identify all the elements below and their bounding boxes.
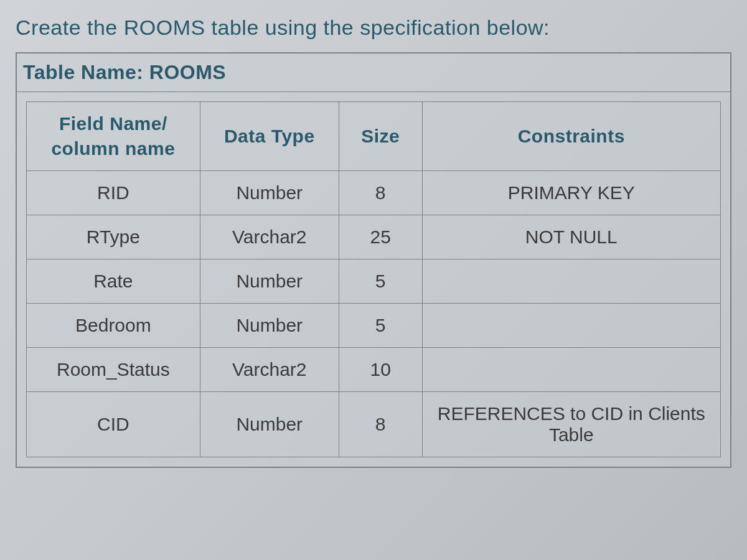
header-size: Size [339, 102, 422, 171]
table-row: RType Varchar2 25 NOT NULL [27, 215, 721, 259]
cell-constraints: REFERENCES to CID in Clients Table [422, 392, 720, 457]
table-name-label: Table Name: ROOMS [16, 53, 731, 92]
spec-table: Field Name/ column name Data Type Size C… [26, 101, 721, 457]
header-field-name: Field Name/ column name [27, 102, 200, 171]
header-field-name-line2: column name [34, 138, 192, 159]
cell-size: 8 [339, 392, 422, 457]
cell-field: Bedroom [27, 304, 200, 348]
cell-size: 25 [339, 215, 422, 259]
cell-field: CID [27, 392, 200, 457]
header-field-name-line1: Field Name/ [59, 113, 167, 134]
cell-field: RType [27, 215, 200, 259]
cell-field: RID [27, 171, 200, 215]
cell-type: Number [200, 392, 339, 457]
cell-size: 8 [339, 171, 422, 215]
cell-constraints [422, 348, 720, 392]
cell-size: 5 [339, 259, 422, 304]
cell-constraints [422, 259, 720, 304]
cell-field: Room_Status [27, 348, 200, 392]
cell-field: Rate [27, 259, 200, 304]
outer-table: Table Name: ROOMS Field Name/ column nam… [16, 52, 731, 468]
cell-type: Number [200, 171, 339, 215]
cell-type: Number [200, 304, 339, 348]
header-row: Field Name/ column name Data Type Size C… [27, 102, 721, 171]
cell-size: 10 [339, 348, 422, 392]
table-row: RID Number 8 PRIMARY KEY [27, 171, 721, 215]
cell-constraints: PRIMARY KEY [422, 171, 720, 215]
header-constraints: Constraints [422, 102, 720, 171]
table-row: Rate Number 5 [27, 259, 721, 304]
table-row: Room_Status Varchar2 10 [27, 348, 721, 392]
cell-type: Varchar2 [200, 215, 339, 259]
header-data-type: Data Type [200, 102, 339, 171]
instruction-text: Create the ROOMS table using the specifi… [16, 16, 731, 40]
table-row: CID Number 8 REFERENCES to CID in Client… [27, 392, 721, 457]
cell-constraints: NOT NULL [422, 215, 720, 259]
cell-constraints [422, 304, 720, 348]
cell-type: Varchar2 [200, 348, 339, 392]
cell-size: 5 [339, 304, 422, 348]
table-row: Bedroom Number 5 [27, 304, 721, 348]
cell-type: Number [200, 259, 339, 304]
